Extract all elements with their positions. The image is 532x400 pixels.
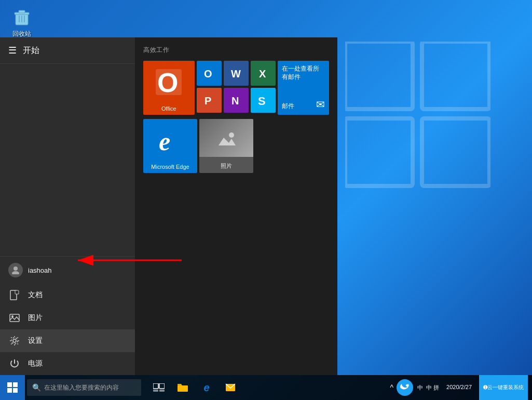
tile-excel[interactable]: X xyxy=(251,61,276,86)
svg-rect-31 xyxy=(7,382,12,387)
twitter-tray-icon[interactable] xyxy=(397,379,413,396)
tiles-section-title: 高效工作 xyxy=(143,46,329,55)
ime-zh[interactable]: 中 xyxy=(417,384,423,392)
windows-start-icon xyxy=(7,382,18,393)
user-profile[interactable]: iashoah xyxy=(0,257,135,284)
tile-office[interactable]: O Office xyxy=(143,61,195,115)
start-header: ☰ 开始 xyxy=(0,37,135,64)
mail-taskbar-button[interactable] xyxy=(219,376,242,399)
svg-rect-38 xyxy=(159,390,165,392)
skype-icon: S xyxy=(255,92,271,108)
tile-word[interactable]: W xyxy=(224,61,249,86)
svg-rect-33 xyxy=(7,388,12,393)
start-right-panel: 高效工作 O Office xyxy=(135,37,337,375)
taskbar-icons: e xyxy=(147,376,242,399)
svg-rect-34 xyxy=(13,388,18,393)
svg-point-17 xyxy=(11,338,18,344)
tile-mail[interactable]: 在一处查看所有邮件 邮件 ✉ xyxy=(278,61,329,115)
tile-ppt[interactable]: P xyxy=(197,88,222,113)
edge-icon: e xyxy=(155,123,186,154)
tile-edge[interactable]: e Microsoft Edge xyxy=(143,119,197,173)
excel-icon: X xyxy=(256,66,270,81)
svg-rect-0 xyxy=(345,42,413,109)
edge-taskbar-button[interactable]: e xyxy=(195,376,218,399)
svg-rect-6 xyxy=(19,10,25,13)
recycle-bin-icon xyxy=(11,7,32,28)
svg-rect-2 xyxy=(345,118,413,186)
settings-icon xyxy=(8,335,21,347)
hamburger-icon[interactable]: ☰ xyxy=(8,45,17,56)
onenote-icon: N xyxy=(229,93,243,108)
svg-rect-36 xyxy=(159,383,165,389)
svg-rect-39 xyxy=(178,385,188,392)
tiles-row-1: O Office O xyxy=(143,61,329,115)
photos-inner xyxy=(199,119,253,157)
file-explorer-icon xyxy=(177,383,188,392)
user-name: iashoah xyxy=(28,266,52,274)
user-avatar xyxy=(8,263,23,277)
tile-skype[interactable]: S xyxy=(251,88,276,113)
documents-icon xyxy=(8,289,21,301)
office-logo: O xyxy=(153,65,184,99)
office-label: Office xyxy=(161,105,176,112)
taskbar: 🔍 在这里输入您要搜索的内容 xyxy=(0,375,532,400)
start-button[interactable] xyxy=(0,375,25,400)
tray-chevron[interactable]: ^ xyxy=(390,383,393,392)
svg-text:S: S xyxy=(258,95,266,108)
svg-text:N: N xyxy=(231,95,239,106)
start-bottom: iashoah 文档 xyxy=(0,256,135,375)
power-icon xyxy=(8,357,21,370)
search-icon: 🔍 xyxy=(32,383,41,392)
menu-item-documents[interactable]: 文档 xyxy=(0,284,135,306)
settings-label: 设置 xyxy=(28,336,43,345)
svg-text:e: e xyxy=(159,127,170,154)
svg-point-16 xyxy=(13,339,16,342)
menu-item-power[interactable]: 电源 xyxy=(0,352,135,375)
ime-mode[interactable]: 中 拼 xyxy=(426,384,439,392)
start-menu: ☰ 开始 iashoah xyxy=(0,37,337,375)
tile-outlook[interactable]: O xyxy=(197,61,222,86)
taskbar-search[interactable]: 🔍 在这里输入您要搜索的内容 xyxy=(27,379,141,396)
svg-rect-3 xyxy=(422,118,489,186)
svg-point-15 xyxy=(11,315,13,317)
svg-rect-1 xyxy=(422,42,489,109)
recycle-bin[interactable]: 回收站 xyxy=(9,5,34,41)
svg-text:P: P xyxy=(204,95,211,106)
svg-text:W: W xyxy=(231,68,241,79)
svg-rect-32 xyxy=(13,382,18,387)
svg-rect-35 xyxy=(153,383,158,389)
pictures-icon xyxy=(8,312,21,324)
desktop: 回收站 ☰ 开始 iashoah xyxy=(0,0,532,400)
svg-rect-13 xyxy=(15,290,19,294)
menu-item-pictures[interactable]: 图片 xyxy=(0,306,135,329)
brand-area[interactable]: ➊云一键重装系统 xyxy=(479,375,528,400)
taskbar-clock[interactable]: 2020/2/27 xyxy=(443,383,475,391)
word-icon: W xyxy=(229,66,243,81)
svg-rect-37 xyxy=(153,390,158,392)
tiles-row-2: e Microsoft Edge 照片 xyxy=(143,119,329,173)
menu-item-settings[interactable]: 设置 xyxy=(0,329,135,352)
tile-photos[interactable]: 照片 xyxy=(199,119,253,173)
mail-taskbar-icon xyxy=(225,383,236,392)
task-view-button[interactable] xyxy=(147,376,170,399)
svg-marker-27 xyxy=(219,138,236,145)
svg-point-28 xyxy=(229,132,234,138)
power-label: 电源 xyxy=(28,359,43,368)
brand-text: ➊云一键重装系统 xyxy=(483,384,524,391)
mail-text: 在一处查看所有邮件 xyxy=(282,65,325,81)
file-explorer-button[interactable] xyxy=(171,376,194,399)
input-method-tray: 中 中 拼 xyxy=(417,384,439,392)
svg-point-10 xyxy=(13,266,18,271)
task-view-icon xyxy=(153,383,165,392)
pictures-label: 图片 xyxy=(28,313,43,323)
small-tiles-group: O W X xyxy=(197,61,276,115)
svg-text:O: O xyxy=(204,68,212,79)
taskbar-right: ^ 中 中 拼 2020/2/27 ➊云一键重装系统 xyxy=(390,375,532,400)
tile-onenote[interactable]: N xyxy=(224,88,249,113)
svg-text:X: X xyxy=(259,68,266,79)
tiles-grid: O Office O xyxy=(143,61,329,173)
svg-text:O: O xyxy=(157,68,178,98)
mail-label: 邮件 xyxy=(282,102,294,111)
start-left-panel: ☰ 开始 iashoah xyxy=(0,37,135,375)
ppt-icon: P xyxy=(202,93,216,108)
